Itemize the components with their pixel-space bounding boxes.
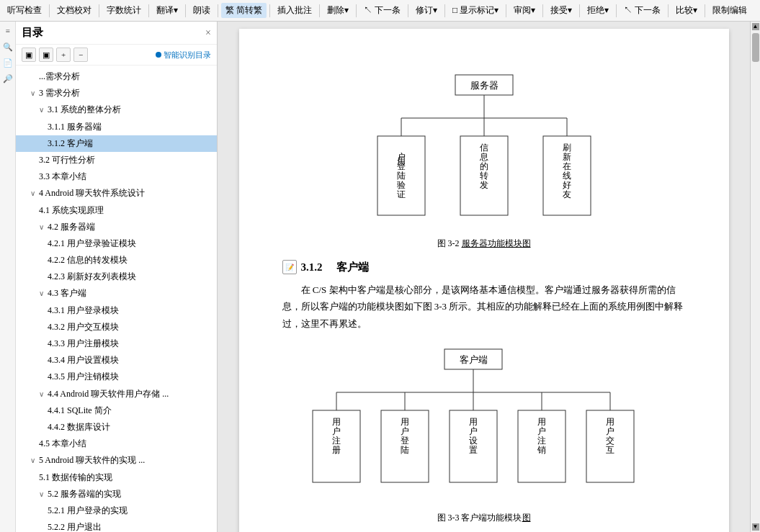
toolbar-shanchu[interactable]: 删除▾	[323, 3, 353, 18]
toolbar-next2[interactable]: ↖ 下一条	[620, 3, 665, 18]
toc-item[interactable]: 4.3.4 用户设置模块	[16, 352, 217, 369]
toc-item[interactable]: ∨4 Android 聊天软件系统设计	[16, 185, 217, 202]
server-diagram-svg: 服务器 用 户 登 陆 验 证	[362, 68, 607, 233]
toc-item[interactable]: 4.1 系统实现原理	[16, 202, 217, 219]
document-page: 服务器 用 户 登 陆 验 证	[239, 29, 729, 532]
toolbar-bijiao[interactable]: 比较▾	[671, 3, 702, 18]
toolbar-wenjianjiaodui[interactable]: 文档校对	[53, 3, 96, 18]
toc-title: 目录	[22, 26, 43, 40]
toolbar-xianzhibianji[interactable]: 限制编辑	[708, 3, 751, 18]
sep11	[506, 4, 506, 17]
svg-text:刷: 刷	[563, 143, 571, 153]
toc-item[interactable]: 5.1 数据传输的实现	[16, 469, 217, 486]
toc-item[interactable]: ∨4.4 Android 聊天软件用户存储 ...	[16, 386, 217, 402]
fig2-caption: 图 3-3 客户端功能模块图	[437, 512, 531, 524]
section-note-icon[interactable]: 📝	[282, 260, 297, 274]
toolbar-fanyi[interactable]: 翻译▾	[152, 3, 182, 18]
main-toolbar: 听写检查 文档校对 字数统计 翻译▾ 朗读 繁 简转繁 插入批注 删除▾ ↖ 下…	[0, 0, 760, 22]
toc-item[interactable]: 4.3.3 用户注册模块	[16, 335, 217, 352]
side-icon-3[interactable]: 📄	[1, 56, 14, 69]
toc-toolbar: ▣ ▣ + − 智能识别目录	[16, 45, 217, 66]
toc-tool-collapse-all[interactable]: ▣	[39, 48, 53, 62]
toc-smart-button[interactable]: 智能识别目录	[156, 50, 211, 60]
toc-item[interactable]: ∨5.2 服务器端的实现	[16, 486, 217, 502]
toc-item[interactable]: ∨3.1 系统的整体分析	[16, 102, 217, 118]
sep9	[408, 4, 408, 17]
toc-close-button[interactable]: ×	[205, 27, 211, 39]
toolbar-jujue[interactable]: 拒绝▾	[583, 3, 613, 18]
svg-text:登: 登	[397, 161, 406, 171]
side-icon-4[interactable]: 🔎	[1, 72, 14, 85]
svg-text:客户端: 客户端	[459, 354, 487, 365]
toc-panel: 目录 × ▣ ▣ + − 智能识别目录 ...需求分析 ∨3 需求分析 ∨3.1…	[16, 22, 218, 532]
svg-text:户: 户	[469, 426, 478, 436]
fig2-caption-text: 图 3-3 客户端功能模块图	[437, 513, 531, 523]
toolbar-zizhutongji[interactable]: 字数统计	[102, 3, 146, 18]
svg-text:发: 发	[480, 180, 488, 190]
svg-text:用: 用	[401, 417, 409, 427]
toc-item[interactable]: 4.4.1 SQLite 简介	[16, 402, 217, 419]
toc-tool-remove[interactable]: −	[73, 48, 88, 62]
sep4	[185, 4, 186, 17]
toolbar-shenyue[interactable]: 审阅▾	[509, 3, 540, 18]
toolbar-xiuding[interactable]: 修订▾	[411, 3, 442, 18]
svg-text:销: 销	[537, 445, 546, 455]
toc-item[interactable]: 5.2.1 用户登录的实现	[16, 502, 217, 519]
toc-item[interactable]: 3.1.1 服务器端	[16, 119, 217, 135]
toolbar-tingxie[interactable]: 听写检查	[3, 3, 46, 18]
toc-item[interactable]: ∨3 需求分析	[16, 85, 217, 102]
toc-item[interactable]: 4.2.3 刷新好友列表模块	[16, 269, 217, 285]
svg-text:户: 户	[397, 152, 406, 162]
sep14	[616, 4, 617, 17]
svg-text:置: 置	[469, 445, 478, 455]
toc-tool-add[interactable]: +	[56, 48, 71, 62]
sep6	[269, 4, 270, 17]
fig1-caption: 图 3-2 服务器功能模块图	[437, 238, 531, 250]
v-scroll-thumb[interactable]	[752, 33, 759, 62]
toc-tool-expand-all[interactable]: ▣	[22, 48, 36, 62]
section-heading-3-1-2: 📝 3.1.2 客户端	[282, 260, 686, 274]
toc-item[interactable]: 4.3.1 用户登录模块	[16, 302, 217, 319]
svg-text:在: 在	[563, 161, 571, 171]
toc-item[interactable]: ∨5 Android 聊天软件的实现 ...	[16, 452, 217, 469]
toc-item[interactable]: ∨4.3 客户端	[16, 285, 217, 302]
svg-text:服务器: 服务器	[470, 80, 498, 91]
toc-item[interactable]: 4.4.2 数据库设计	[16, 419, 217, 436]
toc-content: ...需求分析 ∨3 需求分析 ∨3.1 系统的整体分析 3.1.1 服务器端 …	[16, 66, 217, 532]
svg-text:线: 线	[563, 171, 571, 181]
toc-item-active[interactable]: 3.1.2 客户端	[16, 135, 217, 152]
toc-item[interactable]: 4.2.1 用户登录验证模块	[16, 235, 217, 252]
v-scrollbar[interactable]: ▲ ▼	[750, 22, 760, 532]
toc-item[interactable]: 4.3.5 用户注销模块	[16, 369, 217, 385]
toolbar-jieshou[interactable]: 接受▾	[546, 3, 576, 18]
sep2	[99, 4, 99, 17]
svg-text:陆: 陆	[397, 171, 406, 181]
svg-text:证: 证	[397, 189, 406, 199]
toc-item[interactable]: 3.2 可行性分析	[16, 152, 217, 168]
fig1-caption-text: 图 3-2 服务器功能模块图	[437, 238, 531, 248]
side-icon-1[interactable]: ≡	[1, 24, 14, 37]
toc-item[interactable]: 5.2.2 用户退出	[16, 519, 217, 532]
toc-item[interactable]: 4.5 本章小结	[16, 436, 217, 452]
svg-text:转: 转	[480, 171, 488, 181]
toolbar-next1[interactable]: ↖ 下一条	[359, 3, 405, 18]
toc-item[interactable]: 4.2.2 信息的转发模块	[16, 252, 217, 269]
toolbar-charuzhu[interactable]: 插入批注	[273, 3, 316, 18]
svg-text:注: 注	[537, 436, 546, 446]
svg-text:交: 交	[606, 436, 614, 446]
document-area[interactable]: 服务器 用 户 登 陆 验 证	[218, 22, 750, 532]
sep15	[668, 4, 669, 17]
toolbar-langdu[interactable]: 朗读	[189, 3, 215, 18]
figure-3-2: 服务器 用 户 登 陆 验 证	[282, 68, 686, 250]
toolbar-xianshiBiaoji[interactable]: □ 显示标记▾	[448, 3, 503, 18]
svg-text:信: 信	[480, 143, 488, 153]
side-icon-2[interactable]: 🔍	[1, 40, 14, 53]
svg-text:用: 用	[469, 417, 478, 427]
toc-item[interactable]: ∨4.2 服务器端	[16, 219, 217, 235]
toc-item[interactable]: 3.3 本章小结	[16, 168, 217, 185]
svg-text:互: 互	[606, 445, 614, 455]
toc-item[interactable]: ...需求分析	[16, 68, 217, 85]
svg-text:友: 友	[563, 189, 571, 199]
toolbar-jianzhuanfan[interactable]: 繁 简转繁	[221, 3, 267, 18]
toc-item[interactable]: 4.3.2 用户交互模块	[16, 319, 217, 335]
